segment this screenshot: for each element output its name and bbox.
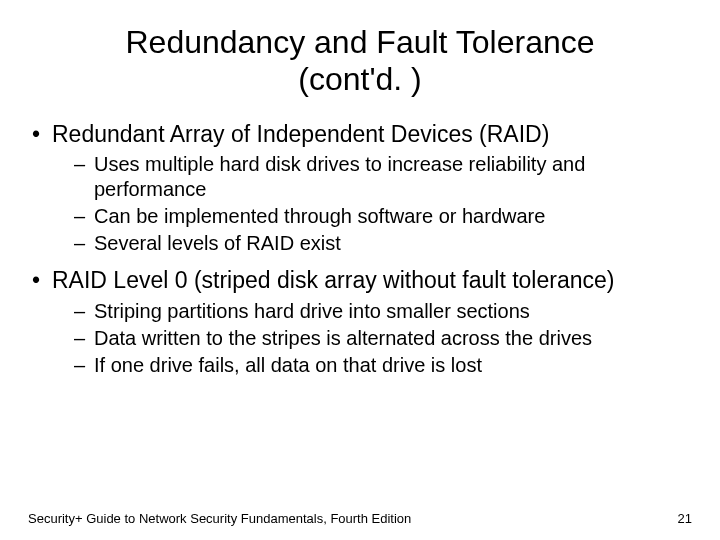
list-item: Redundant Array of Independent Devices (… — [28, 120, 692, 257]
list-item: Can be implemented through software or h… — [52, 204, 692, 229]
subbullet-text: If one drive fails, all data on that dri… — [94, 354, 482, 376]
list-item: If one drive fails, all data on that dri… — [52, 353, 692, 378]
list-item: RAID Level 0 (striped disk array without… — [28, 266, 692, 378]
subbullet-text: Striping partitions hard drive into smal… — [94, 300, 530, 322]
title-line-1: Redundancy and Fault Tolerance — [125, 24, 594, 60]
slide: Redundancy and Fault Tolerance (cont'd. … — [0, 0, 720, 540]
subbullet-text: Uses multiple hard disk drives to increa… — [94, 153, 585, 200]
list-item: Several levels of RAID exist — [52, 231, 692, 256]
title-line-2: (cont'd. ) — [298, 61, 421, 97]
subbullet-text: Several levels of RAID exist — [94, 232, 341, 254]
list-item: Data written to the stripes is alternate… — [52, 326, 692, 351]
sub-list: Uses multiple hard disk drives to increa… — [52, 152, 692, 256]
subbullet-text: Data written to the stripes is alternate… — [94, 327, 592, 349]
footer-source: Security+ Guide to Network Security Fund… — [28, 511, 411, 526]
subbullet-text: Can be implemented through software or h… — [94, 205, 545, 227]
list-item: Striping partitions hard drive into smal… — [52, 299, 692, 324]
page-number: 21 — [678, 511, 692, 526]
sub-list: Striping partitions hard drive into smal… — [52, 299, 692, 378]
bullet-text: RAID Level 0 (striped disk array without… — [52, 267, 614, 293]
list-item: Uses multiple hard disk drives to increa… — [52, 152, 692, 202]
slide-title: Redundancy and Fault Tolerance (cont'd. … — [28, 24, 692, 98]
bullet-list: Redundant Array of Independent Devices (… — [28, 120, 692, 379]
slide-footer: Security+ Guide to Network Security Fund… — [28, 511, 692, 526]
bullet-text: Redundant Array of Independent Devices (… — [52, 121, 549, 147]
